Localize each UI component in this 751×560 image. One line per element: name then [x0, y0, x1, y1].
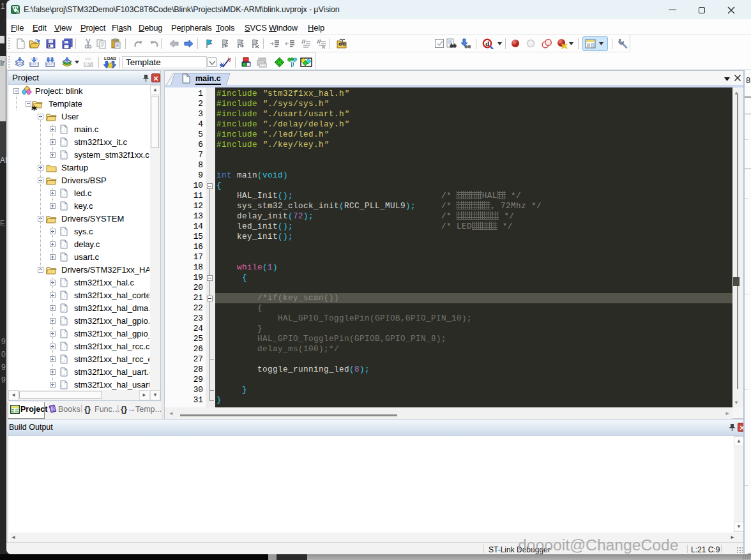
svg-text:5: 5 — [17, 10, 19, 14]
svg-text:d: d — [485, 40, 489, 47]
svg-text:LOAD: LOAD — [104, 56, 116, 61]
svg-text:?: ? — [52, 407, 55, 411]
